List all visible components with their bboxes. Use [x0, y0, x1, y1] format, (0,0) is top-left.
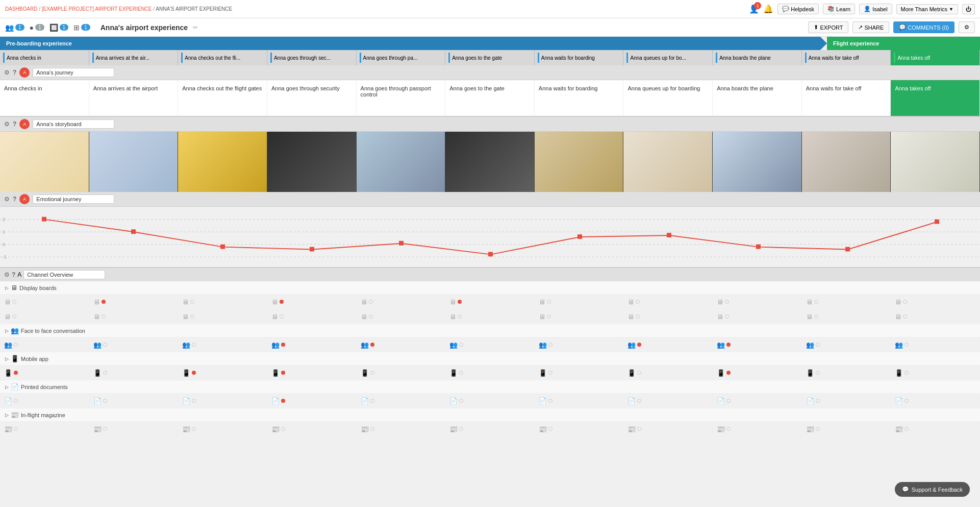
- storyboard-gear-icon[interactable]: ⚙: [4, 120, 10, 128]
- dot-empty-0-1: [102, 315, 106, 319]
- storyboard-help-icon[interactable]: ?: [13, 120, 16, 128]
- tab-label-10: Anna takes off: [897, 55, 930, 61]
- power-button[interactable]: ⏻: [962, 4, 975, 14]
- learn-icon: 📚: [827, 6, 835, 12]
- journey-tab-8[interactable]: Anna boards the plane: [713, 50, 802, 65]
- dot-empty-3-7: [637, 399, 641, 403]
- helpdesk-label: Helpdesk: [791, 6, 814, 12]
- journey-tab-4[interactable]: Anna goes through pa...: [357, 50, 446, 65]
- journey-help-icon[interactable]: ?: [13, 69, 16, 76]
- dot-red-1-3: [281, 343, 285, 347]
- ch-icon-3-9: 📄: [806, 397, 814, 405]
- ch-icon-1-8: 👥: [717, 341, 725, 349]
- dot-empty-0-4: [369, 315, 373, 319]
- channel-group-0[interactable]: ▷ 🖥 Display boards: [0, 281, 980, 295]
- journey-tab-0[interactable]: Anna checks in: [0, 50, 89, 65]
- more-button[interactable]: More Than Metrics ▼: [896, 4, 958, 14]
- storyboard-image-9: [802, 132, 891, 192]
- settings-button[interactable]: ⚙: [959, 21, 975, 33]
- ch-cell-3-0-8: 📄: [713, 394, 802, 408]
- journey-section-label[interactable]: Anna's journey: [33, 68, 114, 77]
- ch-icon-4-3: 📰: [271, 425, 280, 433]
- journey-tab-1[interactable]: Anna arrives at the air...: [89, 50, 179, 65]
- export-button[interactable]: ⬆ EXPORT: [808, 21, 848, 33]
- edit-icon[interactable]: ✏: [193, 24, 198, 31]
- journey-tab-9[interactable]: Anna waits for take off: [802, 50, 891, 65]
- emotional-gear-icon[interactable]: ⚙: [4, 196, 10, 203]
- storyboard-cell-1[interactable]: [89, 132, 179, 192]
- journey-tab-6[interactable]: Anna waits for boarding: [535, 50, 624, 65]
- channel-group-label-4: In-flight magazine: [21, 412, 65, 418]
- step-cell-1: Anna arrives at the airport: [89, 80, 179, 116]
- dot-empty-0-10: [903, 315, 907, 319]
- ch-cell-3-0-0: 📄: [0, 394, 89, 408]
- journey-tab-10[interactable]: Anna takes off: [891, 50, 980, 65]
- storyboard-cell-8[interactable]: [713, 132, 802, 192]
- emotional-section-label[interactable]: Emotional journey: [33, 195, 114, 204]
- tab-label-3: Anna goes through sec...: [274, 55, 331, 61]
- storyboard-cell-5[interactable]: [445, 132, 535, 192]
- ch-cell-4-0-3: 📰: [267, 422, 357, 436]
- channel-group-2[interactable]: ▷ 📱 Mobile app: [0, 352, 980, 366]
- dot-red-1-7: [637, 343, 641, 347]
- top-nav-right: 👤 1 🔔 💬 Helpdesk 📚 Learn 👤 Isabel More T…: [749, 4, 975, 14]
- bell-icon[interactable]: 🔔: [763, 4, 773, 14]
- channel-content: ▷ 🖥 Display boards🖥🖥🖥🖥🖥🖥🖥🖥🖥🖥🖥🖥🖥🖥🖥🖥🖥🖥🖥🖥🖥🖥…: [0, 281, 980, 437]
- emotional-chart-area: 2 1 0 -1: [0, 207, 980, 268]
- user-label: Isabel: [872, 6, 887, 12]
- storyboard-cell-3[interactable]: [267, 132, 357, 192]
- dot-empty-4-7: [637, 427, 641, 431]
- tab-label-8: Anna boards the plane: [719, 55, 771, 61]
- storyboard-cell-6[interactable]: [535, 132, 624, 192]
- user-button[interactable]: 👤 Isabel: [859, 4, 892, 14]
- ch-icon-0-2: 🖥: [182, 298, 189, 306]
- ch-cell-4-0-2: 📰: [178, 422, 267, 436]
- storyboard-section-label[interactable]: Anna's storyboard: [33, 119, 114, 129]
- helpdesk-button[interactable]: 💬 Helpdesk: [777, 4, 819, 14]
- journey-gear-icon[interactable]: ⚙: [4, 69, 10, 76]
- journey-tab-2[interactable]: Anna checks out the fli...: [178, 50, 267, 65]
- share-button[interactable]: ↗ SHARE: [852, 21, 889, 33]
- ch-icon-4-5: 📰: [449, 425, 458, 433]
- channel-section-label[interactable]: Channel Overview: [23, 270, 105, 279]
- ch-icon-3-1: 📄: [93, 397, 102, 405]
- ch-cell-4-0-7: 📰: [623, 422, 713, 436]
- ch-cell-0-0-6: 🖥: [535, 295, 624, 309]
- journey-tab-7[interactable]: Anna queues up for bo...: [623, 50, 713, 65]
- storyboard-cell-4[interactable]: [357, 132, 446, 192]
- dot-empty-0-0: [12, 300, 16, 304]
- storyboard-cell-2[interactable]: [178, 132, 267, 192]
- step-cell-4: Anna goes through passport control: [357, 80, 446, 116]
- storyboard-section-header: ⚙ ? A Anna's storyboard: [0, 117, 980, 132]
- ch-icon-0-5: 🖥: [449, 313, 456, 321]
- badge-group-1: 👥 1: [5, 23, 24, 32]
- emotional-help-icon[interactable]: ?: [13, 196, 16, 203]
- storyboard-cell-10[interactable]: [891, 132, 980, 192]
- channel-help-icon[interactable]: ?: [12, 271, 15, 278]
- tab-label-5: Anna goes to the gate: [452, 55, 502, 61]
- storyboard-cell-0[interactable]: [0, 132, 89, 192]
- comments-button[interactable]: 💬 COMMENTS (0): [893, 21, 954, 33]
- ch-cell-1-0-7: 👥: [623, 337, 713, 352]
- phase-banner: Pre-boarding experience Flight experienc…: [0, 37, 980, 50]
- dot-empty-2-4: [370, 371, 374, 375]
- storyboard-cell-7[interactable]: [623, 132, 713, 192]
- journey-tab-3[interactable]: Anna goes through sec...: [267, 50, 357, 65]
- channel-row-0-1: 🖥🖥🖥🖥🖥🖥🖥🖥🖥🖥🖥: [0, 309, 980, 324]
- channel-group-3[interactable]: ▷ 📄 Printed documents: [0, 380, 980, 394]
- storyboard-cell-9[interactable]: [802, 132, 891, 192]
- tab-bar-1: [92, 53, 94, 63]
- dot-empty-2-5: [459, 371, 463, 375]
- ch-cell-1-0-2: 👥: [178, 337, 267, 352]
- dot-empty-0-3: [280, 315, 284, 319]
- tab-label-1: Anna arrives at the air...: [96, 55, 150, 61]
- learn-button[interactable]: 📚 Learn: [823, 4, 855, 14]
- dot-empty-2-1: [103, 371, 107, 375]
- ch-icon-3-6: 📄: [539, 397, 547, 405]
- journey-tab-5[interactable]: Anna goes to the gate: [445, 50, 535, 65]
- channel-group-1[interactable]: ▷ 👥 Face to face conversation: [0, 324, 980, 337]
- channel-group-4[interactable]: ▷ 📰 In-flight magazine: [0, 408, 980, 422]
- ch-icon-4-4: 📰: [361, 425, 369, 433]
- ch-icon-3-4: 📄: [361, 397, 369, 405]
- channel-gear-icon[interactable]: ⚙: [4, 271, 10, 278]
